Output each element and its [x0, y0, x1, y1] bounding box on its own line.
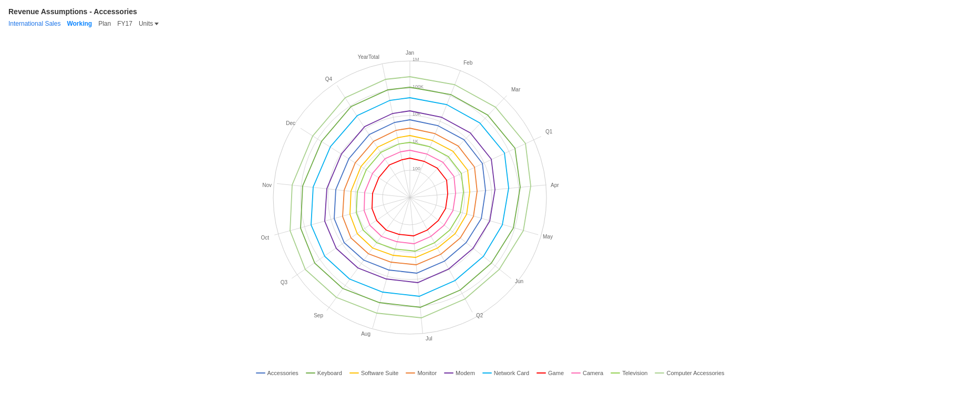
nav-fy17[interactable]: FY17 — [117, 20, 132, 27]
nav-units-dropdown[interactable]: Units — [139, 20, 159, 27]
nav-working[interactable]: Working — [67, 20, 92, 27]
legend-item-keyboard: Keyboard — [306, 370, 342, 376]
legend-line-computer-accessories — [655, 372, 664, 374]
nav-plan[interactable]: Plan — [98, 20, 111, 27]
legend-label-accessories: Accessories — [267, 370, 298, 376]
legend-label-television: Television — [622, 370, 647, 376]
axis-may: May — [543, 234, 553, 240]
nav-international-sales[interactable]: International Sales — [8, 20, 60, 27]
legend-line-monitor — [406, 372, 415, 374]
legend-line-network-card — [482, 372, 492, 374]
axis-jun: Jun — [515, 278, 523, 284]
legend-line-television — [611, 372, 620, 374]
axis-jul: Jul — [426, 336, 432, 341]
axis-q4: Q4 — [325, 76, 333, 82]
axis-q3: Q3 — [281, 279, 288, 285]
legend-item-monitor: Monitor — [406, 370, 437, 376]
legend-line-keyboard — [306, 372, 315, 374]
axis-aug: Aug — [361, 331, 370, 337]
legend-label-software-suite: Software Suite — [361, 370, 399, 376]
chevron-down-icon — [154, 23, 159, 25]
svg-line-9 — [410, 185, 546, 198]
chart-container: 100 1K 10K 100K 1M Jan Feb Mar Q1 Apr Ma… — [0, 29, 980, 381]
legend-label-camera: Camera — [583, 370, 603, 376]
legend-label-modem: Modem — [456, 370, 475, 376]
axis-q2: Q2 — [476, 313, 483, 318]
legend-label-network-card: Network Card — [494, 370, 529, 376]
legend-line-accessories — [255, 372, 265, 374]
svg-line-14 — [373, 198, 410, 328]
radar-chart: 100 1K 10K 100K 1M Jan Feb Mar Q1 Apr Ma… — [0, 32, 980, 379]
legend-label-computer-accessories: Computer Accessories — [666, 370, 724, 376]
svg-line-17 — [274, 198, 410, 235]
legend: Accessories Keyboard Software Suite Moni… — [255, 370, 724, 376]
axis-apr: Apr — [551, 182, 559, 188]
svg-line-21 — [383, 64, 410, 198]
legend-item-game: Game — [537, 370, 564, 376]
legend-item-network-card: Network Card — [482, 370, 529, 376]
legend-item-television: Television — [611, 370, 647, 376]
axis-oct: Oct — [261, 235, 269, 241]
axis-sep: Sep — [314, 313, 323, 318]
legend-label-game: Game — [548, 370, 564, 376]
legend-line-software-suite — [349, 372, 359, 374]
ring-label-100: 100 — [412, 166, 420, 171]
axis-feb: Feb — [463, 60, 473, 66]
axis-nov: Nov — [262, 182, 272, 188]
legend-item-computer-accessories: Computer Accessories — [655, 370, 724, 376]
axis-dec: Dec — [286, 120, 295, 126]
legend-item-software-suite: Software Suite — [349, 370, 399, 376]
axis-jan: Jan — [406, 50, 414, 56]
svg-line-8 — [410, 137, 541, 198]
nav-bar: International Sales Working Plan FY17 Un… — [0, 18, 980, 29]
axis-q1: Q1 — [545, 129, 553, 134]
legend-line-game — [537, 372, 546, 374]
axis-yeartotal: YearTotal — [358, 54, 379, 60]
legend-label-monitor: Monitor — [417, 370, 437, 376]
legend-label-keyboard: Keyboard — [317, 370, 342, 376]
nav-units-label: Units — [139, 20, 153, 27]
legend-item-camera: Camera — [571, 370, 603, 376]
page-title: Revenue Assumptions - Accessories — [0, 0, 980, 18]
legend-line-modem — [444, 372, 453, 374]
ring-label-1m: 1M — [412, 57, 419, 62]
legend-line-camera — [571, 372, 581, 374]
axis-mar: Mar — [511, 87, 521, 92]
legend-item-accessories: Accessories — [255, 370, 298, 376]
legend-item-modem: Modem — [444, 370, 475, 376]
